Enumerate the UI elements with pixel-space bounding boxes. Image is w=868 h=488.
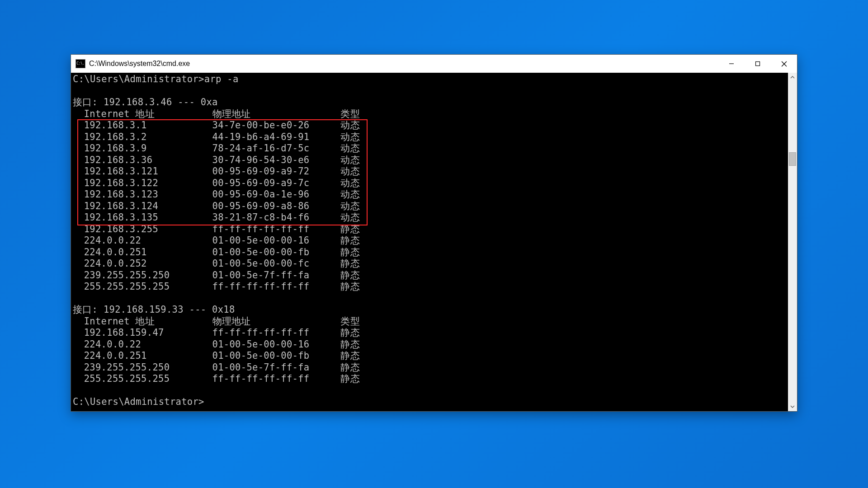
arp-ip: 224.0.0.22 — [84, 235, 212, 247]
arp-ip: 192.168.3.124 — [84, 201, 212, 212]
arp-type: 动态 — [340, 131, 360, 143]
terminal-output[interactable]: C:\Users\Administrator>arp -a 接口: 192.16… — [71, 73, 788, 411]
arp-ip: 255.255.255.255 — [84, 281, 212, 293]
arp-mac: ff-ff-ff-ff-ff-ff — [212, 281, 341, 293]
arp-mac: 01-00-5e-00-00-fc — [212, 258, 341, 270]
arp-ip: 192.168.3.1 — [84, 120, 212, 131]
arp-mac: 30-74-96-54-30-e6 — [212, 155, 341, 166]
arp-mac: ff-ff-ff-ff-ff-ff — [212, 224, 341, 235]
arp-type: 静态 — [340, 270, 360, 282]
arp-ip: 192.168.3.135 — [84, 212, 212, 224]
interface-header: 接口: 192.168.3.46 --- 0xa — [73, 97, 218, 108]
arp-mac: 34-7e-00-be-e0-26 — [212, 120, 341, 131]
arp-ip: 255.255.255.255 — [84, 373, 212, 385]
cmd-icon: C:\. — [75, 59, 85, 68]
arp-type: 动态 — [340, 189, 360, 201]
arp-ip: 192.168.3.255 — [84, 224, 212, 235]
arp-ip: 192.168.3.2 — [84, 131, 212, 143]
arp-type: 静态 — [340, 281, 360, 293]
arp-ip: 192.168.3.123 — [84, 189, 212, 201]
column-header-ip: Internet 地址 — [84, 108, 212, 120]
scroll-up-button[interactable] — [788, 73, 797, 82]
arp-ip: 192.168.3.122 — [84, 178, 212, 189]
arp-mac: 00-95-69-0a-1e-96 — [212, 189, 341, 201]
close-icon — [781, 61, 787, 67]
chevron-up-icon — [790, 75, 795, 80]
arp-type: 静态 — [340, 224, 360, 235]
arp-mac: ff-ff-ff-ff-ff-ff — [212, 327, 341, 339]
arp-ip: 192.168.3.36 — [84, 155, 212, 166]
arp-mac: 01-00-5e-00-00-fb — [212, 247, 341, 258]
arp-mac: 01-00-5e-7f-ff-fa — [212, 362, 341, 374]
arp-mac: 01-00-5e-7f-ff-fa — [212, 270, 341, 282]
scrollbar[interactable] — [788, 73, 797, 411]
arp-type: 静态 — [340, 339, 360, 351]
arp-mac: 00-95-69-09-a9-7c — [212, 178, 341, 189]
window-controls — [718, 55, 797, 73]
minimize-icon — [729, 61, 734, 66]
prompt: C:\Users\Administrator> — [73, 396, 204, 407]
window-title: C:\Windows\system32\cmd.exe — [89, 60, 190, 68]
arp-mac: 01-00-5e-00-00-16 — [212, 235, 341, 247]
arp-mac: 44-19-b6-a4-69-91 — [212, 131, 341, 143]
scroll-down-button[interactable] — [788, 402, 797, 411]
arp-ip: 192.168.159.47 — [84, 327, 212, 339]
column-header-ip: Internet 地址 — [84, 316, 212, 328]
arp-mac: 01-00-5e-00-00-fb — [212, 350, 341, 362]
command-text: arp -a — [204, 74, 239, 84]
scroll-track[interactable] — [788, 82, 797, 402]
arp-ip: 192.168.3.121 — [84, 166, 212, 178]
arp-type: 静态 — [340, 350, 360, 362]
arp-type: 静态 — [340, 247, 360, 258]
interface-header: 接口: 192.168.159.33 --- 0x18 — [73, 304, 235, 315]
column-header-mac: 物理地址 — [212, 316, 341, 328]
arp-type: 动态 — [340, 201, 360, 212]
arp-type: 动态 — [340, 166, 360, 178]
terminal-area: C:\Users\Administrator>arp -a 接口: 192.16… — [71, 73, 797, 411]
arp-type: 静态 — [340, 362, 360, 374]
arp-type: 动态 — [340, 120, 360, 131]
arp-type: 动态 — [340, 143, 360, 155]
arp-mac: 01-00-5e-00-00-16 — [212, 339, 341, 351]
arp-ip: 192.168.3.9 — [84, 143, 212, 155]
arp-ip: 224.0.0.22 — [84, 339, 212, 351]
scroll-thumb[interactable] — [789, 152, 796, 166]
arp-type: 静态 — [340, 373, 360, 385]
arp-mac: 78-24-af-16-d7-5c — [212, 143, 341, 155]
arp-type: 静态 — [340, 258, 360, 270]
arp-ip: 224.0.0.251 — [84, 247, 212, 258]
arp-type: 静态 — [340, 235, 360, 247]
arp-mac: ff-ff-ff-ff-ff-ff — [212, 373, 341, 385]
arp-type: 动态 — [340, 178, 360, 189]
arp-ip: 239.255.255.250 — [84, 362, 212, 374]
column-header-type: 类型 — [340, 316, 360, 328]
arp-ip: 239.255.255.250 — [84, 270, 212, 282]
cmd-icon-label: C:\. — [76, 62, 84, 66]
prompt: C:\Users\Administrator> — [73, 74, 204, 84]
minimize-button[interactable] — [718, 55, 745, 73]
arp-ip: 224.0.0.251 — [84, 350, 212, 362]
arp-mac: 38-21-87-c8-b4-f6 — [212, 212, 341, 224]
close-button[interactable] — [771, 55, 797, 73]
arp-ip: 224.0.0.252 — [84, 258, 212, 270]
column-header-type: 类型 — [340, 108, 360, 120]
maximize-icon — [755, 61, 760, 66]
chevron-down-icon — [790, 404, 795, 409]
arp-mac: 00-95-69-09-a9-72 — [212, 166, 341, 178]
column-header-mac: 物理地址 — [212, 108, 341, 120]
titlebar[interactable]: C:\. C:\Windows\system32\cmd.exe — [71, 55, 797, 73]
cmd-window: C:\. C:\Windows\system32\cmd.exe C:\User… — [71, 54, 797, 412]
maximize-button[interactable] — [745, 55, 771, 73]
arp-type: 静态 — [340, 327, 360, 339]
arp-type: 动态 — [340, 155, 360, 166]
arp-type: 动态 — [340, 212, 360, 224]
svg-rect-1 — [756, 62, 760, 66]
arp-mac: 00-95-69-09-a8-86 — [212, 201, 341, 212]
